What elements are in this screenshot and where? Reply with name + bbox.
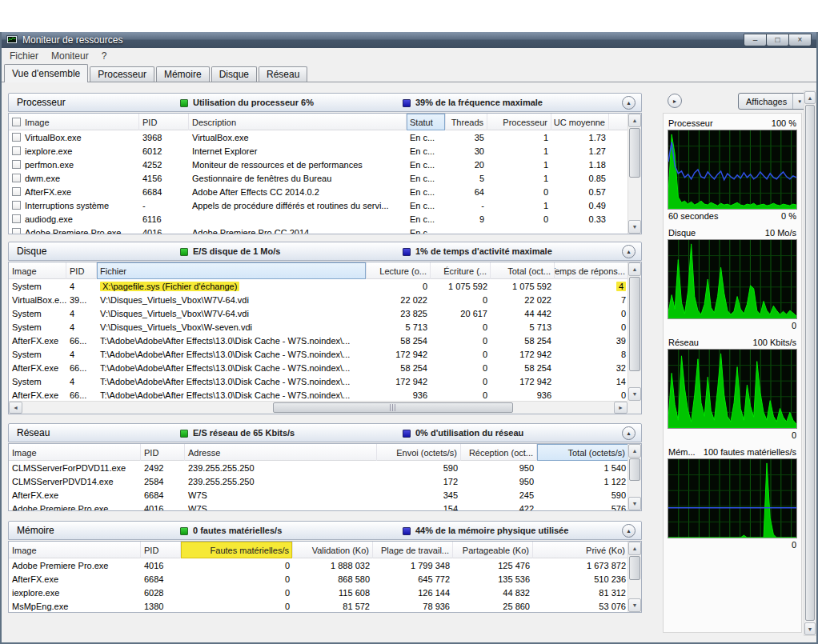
table-row[interactable]: Interruptions système-Appels de procédur… [9, 198, 641, 212]
row-checkbox[interactable] [12, 228, 21, 234]
table-row[interactable]: MsMpEng.exe1380081 57278 93625 86053 076 [9, 599, 641, 613]
column-header-envoi-octets-s[interactable]: Envoi (octets/s) [377, 444, 461, 461]
table-row[interactable]: dwm.exe4156Gestionnaire de fenêtres du B… [9, 171, 641, 185]
close-button[interactable]: × [788, 34, 812, 46]
column-header-pid[interactable]: PID [139, 114, 189, 130]
scroll-down-icon[interactable]: ▼ [628, 387, 641, 401]
column-header-fichier[interactable]: Fichier [97, 262, 367, 279]
memory-collapse-button[interactable]: ▴ [622, 524, 636, 538]
column-header-validation-ko[interactable]: Validation (Ko) [293, 542, 373, 558]
table-row[interactable]: System4T:\Adobe\Adobe\After Effects\13.0… [9, 374, 641, 388]
tab-memoire[interactable]: Mémoire [156, 66, 210, 82]
column-header-temps-de-r-pons[interactable]: Temps de répons... [555, 262, 629, 279]
scroll-up-icon[interactable]: ▲ [628, 262, 641, 276]
row-checkbox[interactable] [12, 133, 21, 142]
column-header-plage-de-travail[interactable]: Plage de travail... [373, 542, 453, 558]
column-header-pid[interactable]: PID [141, 444, 185, 461]
scroll-down-icon[interactable]: ▼ [628, 598, 641, 612]
column-header-description[interactable]: Description [189, 114, 407, 130]
table-row[interactable]: AfterFX.exe66...T:\Adobe\Adobe\After Eff… [9, 361, 641, 374]
column-header-fautes-mat-rielles-s[interactable]: Fautes matérielles/s [181, 542, 293, 558]
table-row[interactable]: iexplore.exe60280115 608126 14444 83281 … [9, 586, 641, 599]
column-header-pid[interactable]: PID [141, 542, 181, 558]
scroll-up-icon[interactable]: ▲ [804, 91, 816, 104]
disk-collapse-button[interactable]: ▴ [622, 245, 636, 258]
menu-item-fichier[interactable]: Fichier [3, 50, 45, 62]
scroll-right-icon[interactable]: ► [614, 402, 628, 414]
table-row[interactable]: perfmon.exe4252Moniteur de ressources et… [9, 158, 641, 171]
scrollbar-thumb[interactable] [629, 128, 640, 178]
row-checkbox[interactable] [12, 174, 21, 182]
table-row[interactable]: iexplore.exe6012Internet ExplorerEn c...… [9, 144, 641, 158]
scroll-left-icon[interactable]: ◄ [9, 402, 22, 414]
panel-vertical-scrollbar[interactable]: ▲ ▼ [804, 90, 816, 636]
column-header-lecture-o[interactable]: Lecture (o... [367, 262, 431, 279]
row-checkbox[interactable] [12, 201, 21, 210]
scroll-down-icon[interactable]: ▼ [628, 497, 641, 510]
column-header-image[interactable]: Image [9, 542, 141, 558]
table-row[interactable]: Adobe Premiere Pro.exe4016Adobe Premiere… [9, 226, 641, 234]
row-checkbox[interactable] [12, 160, 21, 169]
network-table-vertical-scrollbar[interactable]: ▲ ▼ [628, 444, 641, 510]
disk-section-header[interactable]: Disque E/S disque de 1 Mo/s 1% de temps … [8, 242, 642, 261]
row-checkbox[interactable] [12, 146, 21, 155]
tab-reseau[interactable]: Réseau [259, 66, 307, 82]
column-header-criture[interactable]: Écriture (... [431, 262, 491, 279]
table-row[interactable]: System4T:\Adobe\Adobe\After Effects\13.0… [9, 347, 641, 361]
views-button[interactable]: Affichages ▼ [738, 93, 807, 110]
table-row[interactable]: CLMSServerPDVD14.exe2584239.255.255.2501… [9, 474, 641, 488]
scroll-up-icon[interactable]: ▲ [628, 114, 641, 127]
memory-table-vertical-scrollbar[interactable]: ▲ ▼ [628, 542, 641, 612]
minimize-button[interactable]: – [744, 34, 767, 46]
column-header-pid[interactable]: PID [66, 262, 97, 279]
network-collapse-button[interactable]: ▴ [622, 426, 636, 440]
title-bar[interactable]: Moniteur de ressources – □ × [2, 32, 816, 48]
table-row[interactable]: System4V:\Disques_Virtuels_Vbox\W-seven.… [9, 320, 641, 334]
select-all-checkbox[interactable] [12, 118, 21, 126]
table-row[interactable]: audiodg.exe6116En c...900.33 [9, 212, 641, 226]
scroll-up-icon[interactable]: ▲ [628, 542, 641, 555]
scrollbar-thumb[interactable] [629, 458, 640, 481]
scrollbar-thumb[interactable] [629, 556, 640, 580]
tab-vue-densemble[interactable]: Vue d'ensemble [4, 64, 88, 82]
column-header-image[interactable]: Image [9, 114, 139, 130]
table-row[interactable]: Adobe Premiere Pro.exe401601 888 0321 79… [9, 558, 641, 572]
column-header-image[interactable]: Image [9, 444, 141, 461]
table-row[interactable]: AfterFX.exe6684Adobe After Effects CC 20… [9, 185, 641, 198]
memory-section-header[interactable]: Mémoire 0 fautes matérielles/s 44% de la… [8, 521, 642, 540]
column-header-r-ception-oct[interactable]: Réception (oct... [461, 444, 537, 461]
table-row[interactable]: VirtualBox.e...39...V:\Disques_Virtuels_… [9, 293, 641, 306]
row-checkbox[interactable] [12, 187, 21, 196]
maximize-button[interactable]: □ [766, 34, 789, 46]
column-header-uc-moyenne[interactable]: UC moyenne [551, 114, 609, 130]
table-row[interactable]: AfterFX.exe66...T:\Adobe\Adobe\After Eff… [9, 388, 641, 402]
column-header-partageable-ko[interactable]: Partageable (Ko) [453, 542, 533, 558]
cpu-collapse-button[interactable]: ▴ [622, 96, 636, 110]
cpu-section-header[interactable]: Processeur Utilisation du processeur 6% … [8, 93, 642, 112]
column-header-total-octets-s[interactable]: Total (octets/s) [537, 444, 629, 461]
scrollbar-thumb[interactable] [629, 277, 640, 371]
network-section-header[interactable]: Réseau E/S réseau de 65 Kbits/s 0% d'uti… [8, 423, 642, 442]
scroll-up-icon[interactable]: ▲ [628, 444, 641, 458]
tab-disque[interactable]: Disque [211, 66, 257, 82]
column-header-threads[interactable]: Threads [446, 114, 487, 130]
tab-processeur[interactable]: Processeur [90, 66, 154, 82]
table-row[interactable]: AfterFX.exe66840868 580645 772135 536510… [9, 572, 641, 586]
panel-collapse-button[interactable]: ▸ [668, 94, 682, 108]
table-row[interactable]: System4X:\pagefile.sys (Fichier d'échang… [9, 279, 641, 293]
column-header-image[interactable]: Image [9, 262, 66, 279]
menu-item-help[interactable]: ? [95, 50, 114, 62]
table-row[interactable]: Adobe Premiere Pro.exe4016W7S154422576 [9, 502, 641, 511]
column-header-total-oct[interactable]: Total (oct... [491, 262, 555, 279]
disk-table-vertical-scrollbar[interactable]: ▲ ▼ [628, 262, 641, 401]
column-header-priv-ko[interactable]: Privé (Ko) [533, 542, 629, 558]
disk-table-horizontal-scrollbar[interactable]: ◄ ► [9, 401, 628, 414]
column-header-adresse[interactable]: Adresse [185, 444, 377, 461]
table-row[interactable]: CLMSServerForPDVD11.exe2492239.255.255.2… [9, 461, 641, 474]
table-row[interactable]: AfterFX.exe6684W7S345245590 [9, 488, 641, 502]
scrollbar-thumb[interactable] [805, 105, 815, 621]
scroll-down-icon[interactable]: ▼ [628, 220, 641, 234]
menu-item-moniteur[interactable]: Moniteur [45, 50, 95, 62]
scrollbar-thumb[interactable] [273, 402, 513, 413]
column-header-statut[interactable]: Statut [407, 114, 446, 130]
